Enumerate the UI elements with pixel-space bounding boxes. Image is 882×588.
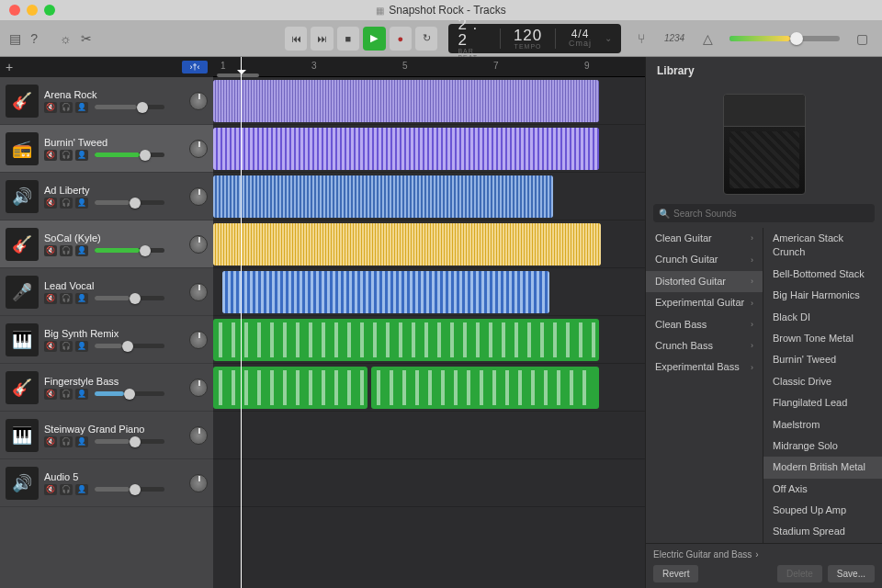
lcd-display[interactable]: 2 . 2BAR BEAT 120TEMPO 4/4Cmaj ⌄ [448,24,621,53]
track-header[interactable]: 📻 Burnin' Tweed 🔇 🎧 👤 [0,125,213,173]
mute-button[interactable]: 🔇 [44,436,57,447]
arrangement-area[interactable]: 13579 [213,57,645,588]
pan-knob[interactable] [189,283,208,301]
track-volume-slider[interactable] [95,200,164,205]
library-category-item[interactable]: Clean Bass› [646,314,763,335]
library-preset-item[interactable]: Black DI [763,307,882,328]
metronome-icon[interactable]: △ [696,28,718,50]
track-volume-slider[interactable] [95,296,164,300]
count-in-button[interactable]: 1234 [663,28,685,50]
minimize-window-button[interactable] [27,5,38,16]
tuner-icon[interactable]: ⑂ [630,28,652,50]
forward-button[interactable]: ⏭ [311,27,333,51]
scissors-icon[interactable]: ✂ [81,28,92,50]
lcd-menu-chevron-icon[interactable]: ⌄ [605,33,612,43]
input-monitor-button[interactable]: 👤 [75,198,88,209]
close-window-button[interactable] [9,5,20,16]
input-monitor-button[interactable]: 👤 [75,150,88,161]
mute-button[interactable]: 🔇 [44,102,57,113]
track-lane[interactable] [213,364,645,412]
track-header[interactable]: 🔊 Ad Liberty 🔇 🎧 👤 [0,173,213,220]
play-button[interactable]: ▶ [363,27,385,51]
quick-help-icon[interactable]: ☼ [60,28,72,50]
pan-knob[interactable] [189,474,208,492]
library-breadcrumb[interactable]: Electric Guitar and Bass› [653,549,875,560]
solo-button[interactable]: 🎧 [60,293,73,304]
library-preset-item[interactable]: Brown Tone Metal [763,328,882,349]
master-volume-slider[interactable] [729,36,840,41]
track-lane[interactable] [213,268,645,316]
mute-button[interactable]: 🔇 [44,293,57,304]
pan-knob[interactable] [189,379,208,397]
solo-button[interactable]: 🎧 [60,389,73,400]
timeline-ruler[interactable]: 13579 [213,57,645,77]
library-preset-item[interactable]: Big Hair Harmonics [763,285,882,306]
audio-region[interactable] [213,319,599,361]
track-volume-slider[interactable] [95,487,164,492]
input-monitor-button[interactable]: 👤 [75,436,88,447]
pan-knob[interactable] [189,92,208,110]
track-lane[interactable] [213,412,645,459]
library-preset-item[interactable]: Modern British Metal [763,457,882,478]
mute-button[interactable]: 🔇 [44,389,57,400]
track-header[interactable]: 🔊 Audio 5 🔇 🎧 👤 [0,459,213,507]
library-category-item[interactable]: Experimental Guitar› [646,292,763,313]
track-lane[interactable] [213,459,645,507]
mute-button[interactable]: 🔇 [44,245,57,256]
solo-button[interactable]: 🎧 [60,341,73,352]
input-monitor-button[interactable]: 👤 [75,245,88,256]
library-search-input[interactable]: 🔍 Search Sounds [653,204,875,222]
track-header[interactable]: 🎤 Lead Vocal 🔇 🎧 👤 [0,268,213,316]
track-lane[interactable] [213,316,645,364]
library-preset-item[interactable]: Classic Drive [763,371,882,392]
input-monitor-button[interactable]: 👤 [75,102,88,113]
track-lane[interactable] [213,77,645,125]
library-preset-item[interactable]: Burnin' Tweed [763,349,882,370]
track-header[interactable]: 🎸 SoCal (Kyle) 🔇 🎧 👤 [0,220,213,268]
library-category-item[interactable]: Crunch Bass› [646,335,763,356]
mute-button[interactable]: 🔇 [44,198,57,209]
track-volume-slider[interactable] [95,439,164,444]
zoom-window-button[interactable] [44,5,55,16]
audio-region[interactable] [213,367,368,409]
input-monitor-button[interactable]: 👤 [75,341,88,352]
track-header[interactable]: 🎹 Big Synth Remix 🔇 🎧 👤 [0,316,213,364]
input-monitor-button[interactable]: 👤 [75,389,88,400]
stop-button[interactable]: ■ [337,27,359,51]
track-header[interactable]: 🎸 Arena Rock 🔇 🎧 👤 [0,77,213,125]
library-category-item[interactable]: Crunch Guitar› [646,249,763,270]
track-lane[interactable] [213,173,645,220]
input-monitor-button[interactable]: 👤 [75,293,88,304]
track-volume-slider[interactable] [95,105,164,109]
track-header[interactable]: 🎸 Fingerstyle Bass 🔇 🎧 👤 [0,364,213,412]
mute-button[interactable]: 🔇 [44,150,57,161]
library-preset-item[interactable]: Bell-Bottomed Stack [763,264,882,285]
library-category-item[interactable]: Clean Guitar› [646,228,763,249]
library-category-item[interactable]: Experimental Bass› [646,356,763,378]
track-header[interactable]: 🎹 Steinway Grand Piano 🔇 🎧 👤 [0,412,213,459]
save-button[interactable]: Save... [828,565,875,582]
solo-button[interactable]: 🎧 [60,484,73,495]
solo-button[interactable]: 🎧 [60,102,73,113]
pan-knob[interactable] [189,426,208,445]
solo-button[interactable]: 🎧 [60,436,73,447]
record-button[interactable]: ● [390,27,412,51]
pan-knob[interactable] [189,187,208,206]
track-volume-slider[interactable] [95,153,164,157]
revert-button[interactable]: Revert [653,565,698,582]
mute-button[interactable]: 🔇 [44,484,57,495]
solo-button[interactable]: 🎧 [60,245,73,256]
solo-button[interactable]: 🎧 [60,198,73,209]
notepad-icon[interactable]: ▢ [851,28,873,50]
audio-region[interactable] [213,175,553,218]
library-preset-item[interactable]: Midrange Solo [763,435,882,457]
track-volume-slider[interactable] [95,391,164,396]
library-preset-item[interactable]: Off Axis [763,479,882,500]
track-volume-slider[interactable] [95,344,164,348]
audio-region[interactable] [213,128,599,170]
track-volume-slider[interactable] [95,248,164,253]
audio-region[interactable] [213,80,599,122]
pan-knob[interactable] [189,331,208,349]
library-toggle-icon[interactable]: ▤ [9,28,21,50]
solo-button[interactable]: 🎧 [60,150,73,161]
